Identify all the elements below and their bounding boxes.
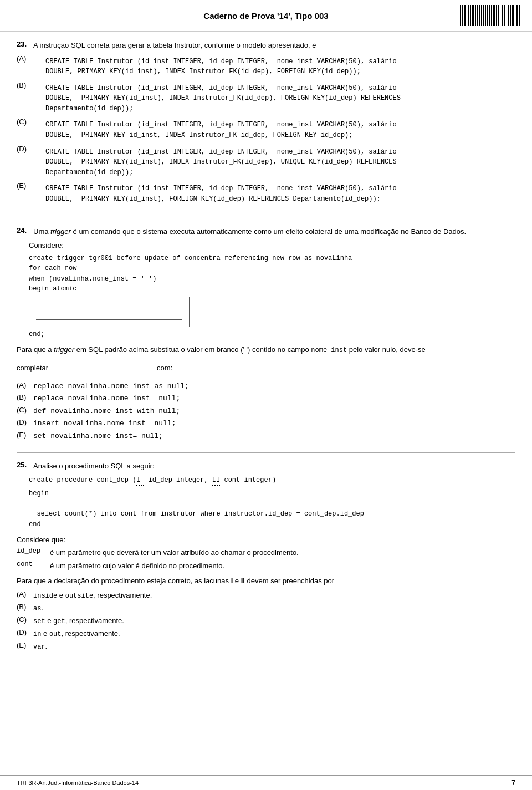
svg-rect-7 [475, 5, 476, 26]
q25-option-e: (E) var. [17, 641, 515, 652]
q25-c-label: (C) [17, 615, 30, 624]
svg-rect-1 [462, 5, 463, 26]
svg-rect-24 [510, 5, 511, 26]
svg-rect-4 [468, 5, 469, 26]
svg-rect-23 [508, 5, 509, 26]
svg-rect-11 [483, 5, 484, 26]
q24-considere-label: Considere: [29, 241, 64, 249]
svg-rect-16 [493, 5, 495, 26]
q24-a-label: (A) [17, 381, 30, 389]
q23-e-label: (E) [17, 181, 30, 190]
q24-option-c: (C) def novaLinha.nome_inst with null; [17, 406, 515, 417]
divider-23-24 [17, 218, 515, 218]
q24-completar-box [53, 360, 152, 376]
footer-right: 7 [511, 779, 515, 787]
q23-b-code: CREATE TABLE Instrutor (id_inst INTEGER,… [45, 83, 401, 114]
svg-rect-5 [470, 5, 471, 26]
svg-rect-28 [519, 5, 520, 26]
svg-rect-0 [460, 5, 461, 26]
q25-intro: Analise o procedimento SQL a seguir: [33, 461, 154, 472]
q24-b-label: (B) [17, 393, 30, 401]
q23-number: 23. [17, 40, 29, 48]
q25-option-d: (D) in e out, respectivamente. [17, 628, 515, 639]
q23-option-a: (A) CREATE TABLE Instrutor (id_inst INTE… [17, 54, 515, 79]
q24-header: 24. Uma trigger é um comando que o siste… [17, 226, 515, 237]
q25-cont-desc: é um parâmetro cujo valor é definido no … [50, 560, 224, 572]
svg-rect-27 [516, 5, 518, 26]
q24-d-label: (D) [17, 418, 30, 426]
q23-a-label: (A) [17, 54, 30, 63]
q24-a-text: replace novaLinha.nome_inst as null; [33, 381, 189, 392]
q25-II-placeholder: II [212, 475, 220, 487]
q24-option-e: (E) set novaLinha.nome_inst= null; [17, 431, 515, 442]
q23-header: 23. A instrução SQL correta para gerar a… [17, 40, 515, 51]
q23-text: A instrução SQL correta para gerar a tab… [33, 40, 316, 51]
q25-a-label: (A) [17, 590, 30, 598]
svg-rect-14 [489, 5, 490, 26]
q24-e-label: (E) [17, 431, 30, 439]
svg-rect-6 [472, 5, 474, 26]
q25-option-c: (C) set e get, respectivamente. [17, 615, 515, 626]
q25-para-text: Para que a declaração do procedimento es… [17, 577, 334, 585]
q24-com-label: com: [157, 363, 172, 374]
q25-option-b: (B) as. [17, 603, 515, 614]
page-content: 23. A instrução SQL correta para gerar a… [0, 32, 532, 674]
q24-blank-box [29, 297, 190, 327]
q25-b-label: (B) [17, 603, 30, 611]
svg-rect-12 [485, 5, 486, 26]
q24-option-a: (A) replace novaLinha.nome_inst as null; [17, 381, 515, 392]
svg-rect-9 [479, 5, 480, 26]
q23-option-b: (B) CREATE TABLE Instrutor (id_inst INTE… [17, 81, 515, 116]
q25-id-dep-desc: é um parâmetro que deverá ter um valor a… [50, 547, 299, 558]
q23-d-label: (D) [17, 145, 30, 153]
q24-completar-line [59, 371, 146, 371]
svg-rect-25 [512, 5, 514, 26]
svg-rect-20 [502, 5, 503, 26]
q25-option-a: (A) inside e outsite, respectivamente. [17, 590, 515, 601]
q23-option-d: (D) CREATE TABLE Instrutor (id_inst INTE… [17, 145, 515, 180]
page-footer: TRF3R-An.Jud.-Informática-Banco Dados-14… [0, 775, 532, 790]
q23-e-code: CREATE TABLE Instrutor (id_inst INTEGER,… [45, 184, 397, 204]
q25-header: 25. Analise o procedimento SQL a seguir: [17, 461, 515, 472]
q25-body-code: begin select count(*) into cont from ins… [29, 488, 515, 529]
q24-explain-text: Para que a trigger em SQL padrão acima s… [17, 344, 426, 355]
question-24: 24. Uma trigger é um comando que o siste… [17, 226, 515, 441]
q23-a-code: CREATE TABLE Instrutor (id_inst INTEGER,… [45, 57, 397, 77]
q24-completar-label: completar [17, 363, 48, 374]
q25-d-label: (D) [17, 628, 30, 636]
q25-e-text: var. [33, 641, 47, 652]
q23-c-label: (C) [17, 118, 30, 126]
question-23: 23. A instrução SQL correta para gerar a… [17, 40, 515, 207]
q24-trigger-code: create trigger tgr001 before update of c… [29, 253, 515, 294]
q23-option-e: (E) CREATE TABLE Instrutor (id_inst INTE… [17, 181, 515, 206]
q25-I-placeholder: I [136, 475, 144, 487]
q25-b-text: as. [33, 603, 43, 614]
divider-24-25 [17, 452, 515, 453]
q25-d-text: in e out, respectivamente. [33, 628, 120, 639]
q23-d-code: CREATE TABLE Instrutor (id_inst INTEGER,… [45, 147, 397, 178]
svg-rect-17 [496, 5, 497, 26]
q24-c-label: (C) [17, 406, 30, 414]
svg-rect-18 [498, 5, 499, 26]
q25-proc-code: create procedure cont_dep (I id_dep inte… [29, 475, 515, 487]
page-header: Caderno de Prova '14', Tipo 003 [0, 0, 532, 32]
q24-option-d: (D) insert novaLinha.nome_inst= null; [17, 418, 515, 429]
q25-id-dep-label: id_dep [17, 547, 44, 555]
svg-rect-26 [515, 5, 515, 26]
q23-c-code: CREATE TABLE Instrutor (id_inst INTEGER,… [45, 120, 397, 140]
q24-number: 24. [17, 226, 29, 235]
q25-a-text: inside e outsite, respectivamente. [33, 590, 152, 601]
q25-number: 25. [17, 461, 29, 469]
svg-rect-19 [500, 5, 500, 26]
question-25: 25. Analise o procedimento SQL a seguir:… [17, 461, 515, 651]
q23-option-c: (C) CREATE TABLE Instrutor (id_inst INTE… [17, 118, 515, 142]
svg-rect-10 [481, 5, 482, 26]
q25-c-text: set e get, respectivamente. [33, 615, 124, 626]
q25-considere-label: Considere que: [17, 536, 65, 544]
q24-c-text: def novaLinha.nome_inst with null; [33, 406, 180, 417]
footer-left: TRF3R-An.Jud.-Informática-Banco Dados-14 [17, 779, 139, 786]
svg-rect-13 [487, 5, 488, 26]
svg-rect-8 [477, 5, 478, 26]
svg-rect-2 [464, 5, 466, 26]
svg-rect-21 [504, 5, 505, 26]
